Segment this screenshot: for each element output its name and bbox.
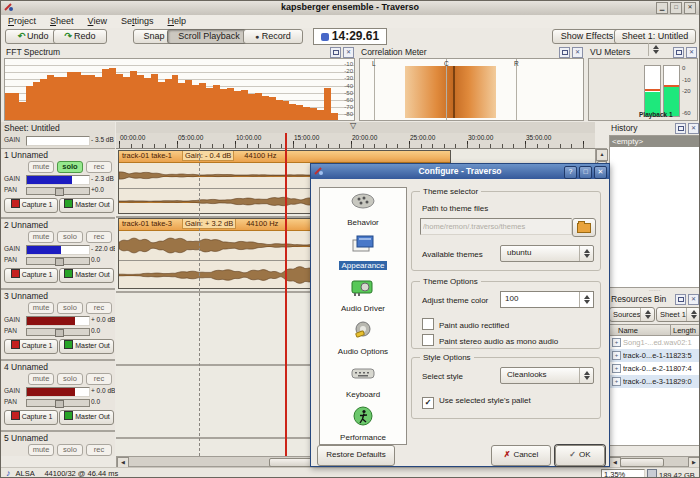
rec-button[interactable]: rec — [86, 161, 112, 173]
dialog-maximize-icon[interactable]: □ — [579, 166, 592, 179]
panel-popup-icon[interactable] — [675, 123, 686, 134]
playhead-cursor[interactable] — [285, 133, 287, 456]
capture-button[interactable]: Capture 1 — [4, 198, 58, 213]
cancel-button[interactable]: ✗Cancel — [491, 445, 551, 466]
menu-item-view[interactable]: View — [81, 15, 114, 28]
gain-slider[interactable] — [26, 175, 90, 185]
window-titlebar[interactable]: kapsberger ensemble - Traverso ▁ □ ✕ — [1, 1, 699, 16]
expander-icon[interactable]: + — [612, 364, 621, 373]
panel-close-icon[interactable]: ✕ — [572, 47, 583, 58]
dialog-titlebar[interactable]: Configure - Traverso ? □ ✕ — [311, 164, 609, 179]
panel-close-icon[interactable]: ✕ — [688, 294, 699, 305]
menu-item-sheet[interactable]: Sheet — [43, 15, 81, 28]
capture-button[interactable]: Capture 1 — [4, 339, 58, 354]
config-page-keyboard[interactable]: Keyboard — [320, 360, 406, 403]
mute-button[interactable]: mute — [28, 373, 54, 385]
resource-row[interactable]: +Song1-...ed.wav02:1 — [610, 336, 700, 349]
panel-popup-icon[interactable] — [673, 47, 684, 58]
solo-button[interactable]: solo — [57, 373, 83, 385]
show-effects-button[interactable]: Show Effects — [552, 29, 622, 44]
panel-popup-icon[interactable] — [330, 47, 341, 58]
rec-button[interactable]: rec — [86, 444, 112, 456]
menu-item-settings[interactable]: Settings — [114, 15, 161, 28]
gain-slider[interactable] — [26, 245, 90, 255]
expander-icon[interactable]: + — [612, 338, 621, 347]
ok-button[interactable]: ✓OK — [555, 445, 605, 466]
gain-slider[interactable] — [26, 316, 90, 326]
time-ruler[interactable]: 00:00.0005:00.0010:00.0015:00.0020:00.00… — [116, 133, 595, 149]
paint-rectified-row[interactable]: Paint audio rectified — [422, 318, 509, 329]
theme-combo[interactable]: ubuntu — [500, 245, 594, 262]
resource-row[interactable]: +track-0...e-1-11823:5 — [610, 349, 700, 362]
checkbox-unchecked-icon[interactable] — [422, 318, 434, 330]
sheet-filter-combo[interactable]: Sheet 1 — [656, 307, 700, 322]
menu-item-project[interactable]: Project — [1, 15, 43, 28]
dialog-help-icon[interactable]: ? — [564, 166, 577, 179]
sources-combo[interactable]: Sources — [609, 307, 655, 322]
redo-button[interactable]: ↷Redo — [53, 29, 107, 44]
rec-button[interactable]: rec — [86, 373, 112, 385]
pan-slider[interactable] — [26, 328, 90, 336]
sheet-selector-combo[interactable]: Sheet 1: Untitled — [614, 29, 696, 44]
theme-path-input[interactable] — [420, 218, 572, 235]
rec-button[interactable]: rec — [86, 231, 112, 243]
config-page-appearance[interactable]: Appearance — [320, 231, 406, 274]
scroll-up-icon[interactable]: ▲ — [596, 149, 608, 161]
solo-button[interactable]: solo — [57, 231, 83, 243]
browse-folder-button[interactable] — [572, 218, 596, 237]
history-empty-item[interactable]: <empty> — [610, 136, 699, 147]
panel-close-icon[interactable]: ✕ — [688, 123, 699, 134]
restore-defaults-button[interactable]: Restore Defaults — [317, 445, 395, 466]
spin-arrows-icon[interactable] — [686, 308, 700, 321]
master-gain-slider[interactable] — [26, 136, 90, 146]
mute-button[interactable]: mute — [28, 161, 54, 173]
resources-table-header[interactable]: Name Length — [609, 324, 700, 336]
master-out-button[interactable]: Master Out — [59, 410, 114, 425]
panel-close-icon[interactable]: ✕ — [343, 47, 354, 58]
pan-slider[interactable] — [26, 399, 90, 407]
mute-button[interactable]: mute — [28, 302, 54, 314]
pan-slider[interactable] — [26, 257, 90, 265]
work-cursor-icon[interactable]: ▽ — [350, 122, 356, 130]
scrollbar-thumb[interactable] — [620, 458, 664, 467]
column-length[interactable]: Length — [670, 325, 696, 336]
expander-icon[interactable]: + — [612, 351, 621, 360]
gain-slider[interactable] — [26, 387, 90, 397]
config-page-audio-driver[interactable]: Audio Driver — [320, 274, 406, 317]
config-page-behavior[interactable]: Behavior — [320, 188, 406, 231]
dialog-close-icon[interactable]: ✕ — [594, 166, 607, 179]
pan-handle[interactable] — [55, 400, 64, 408]
panel-popup-icon[interactable] — [675, 294, 686, 305]
minimize-icon[interactable]: ▁ — [656, 2, 668, 14]
panel-popup-icon[interactable] — [559, 47, 570, 58]
use-pallet-row[interactable]: ✓Use selected style's pallet — [422, 396, 531, 407]
spin-arrows-icon[interactable] — [640, 308, 654, 321]
paint-mono-row[interactable]: Paint stereo audio as mono audio — [422, 334, 558, 345]
record-button[interactable]: ● Record — [243, 29, 303, 44]
mute-button[interactable]: mute — [28, 444, 54, 456]
config-page-audio-options[interactable]: Audio Options — [320, 317, 406, 360]
expander-icon[interactable]: + — [612, 377, 621, 386]
resources-horizontal-scrollbar[interactable]: ◀ ▶ — [608, 456, 700, 467]
config-page-performance[interactable]: Performance — [320, 403, 406, 446]
master-out-button[interactable]: Master Out — [59, 339, 114, 354]
pan-slider[interactable] — [26, 187, 90, 195]
master-out-button[interactable]: Master Out — [59, 268, 114, 283]
pan-handle[interactable] — [55, 188, 64, 196]
resource-row[interactable]: +track-0...e-2-11807:4 — [610, 362, 700, 375]
solo-button[interactable]: solo — [57, 302, 83, 314]
theme-color-spinbox[interactable]: 100 — [500, 291, 594, 308]
solo-button[interactable]: solo — [57, 161, 83, 173]
rec-button[interactable]: rec — [86, 302, 112, 314]
style-combo[interactable]: Cleanlooks — [500, 367, 594, 384]
panel-close-icon[interactable]: ✕ — [686, 47, 697, 58]
solo-button[interactable]: solo — [57, 444, 83, 456]
mute-button[interactable]: mute — [28, 231, 54, 243]
column-name[interactable]: Name — [618, 326, 638, 335]
close-icon[interactable]: ✕ — [684, 2, 696, 14]
checkbox-unchecked-icon[interactable] — [422, 334, 434, 346]
resource-row[interactable]: +track-0...e-3-11829:0 — [610, 375, 700, 388]
spin-arrows-icon[interactable] — [579, 246, 593, 261]
menu-item-help[interactable]: Help — [160, 15, 193, 28]
master-out-button[interactable]: Master Out — [59, 198, 114, 213]
